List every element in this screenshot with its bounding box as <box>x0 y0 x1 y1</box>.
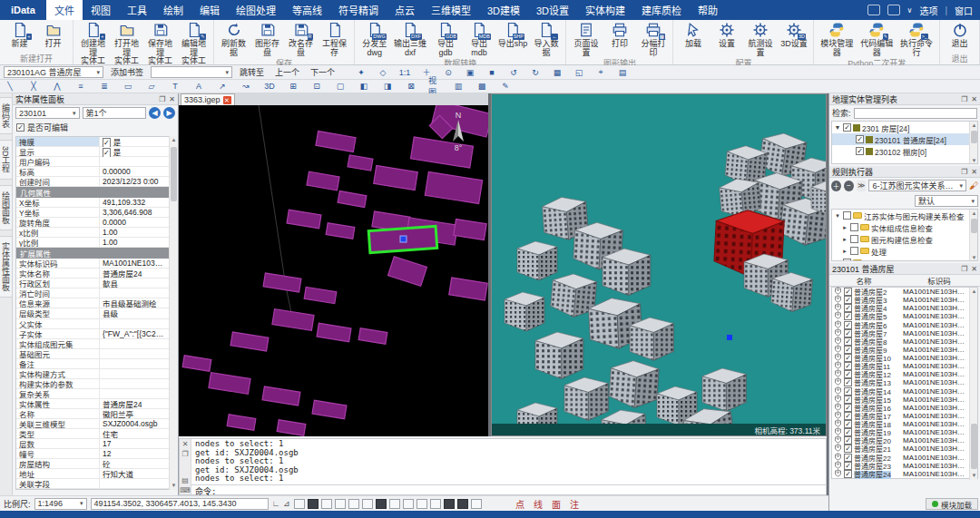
tree-checkbox[interactable]: ✓ <box>856 135 864 143</box>
property-value[interactable]: 12 <box>100 449 169 458</box>
status-toggle-11[interactable] <box>444 499 455 509</box>
property-value[interactable]: MA1001NE103H15351422... <box>100 259 169 268</box>
status-toggle-3[interactable] <box>335 499 346 509</box>
entity-checkbox[interactable]: ✓ <box>844 470 852 478</box>
float-panel-icon[interactable]: ❐ <box>961 95 967 103</box>
bookmark-combo[interactable]: ▾ <box>151 66 232 78</box>
menu-tab-帮助[interactable]: 帮助 <box>690 0 726 20</box>
font-tool-icon[interactable]: A <box>192 81 205 92</box>
ribbon-button-导出shp[interactable]: SHP导出shp <box>495 21 529 50</box>
status-toggle-6[interactable] <box>376 499 387 509</box>
entity-checkbox[interactable]: ✓ <box>844 312 852 320</box>
entity-checkbox[interactable]: ✓ <box>844 296 852 304</box>
entity-checkbox[interactable]: ✓ <box>844 321 852 329</box>
expander-icon[interactable]: ▾ <box>834 212 841 220</box>
mode-button-面[interactable]: 面 <box>547 497 565 511</box>
next-button[interactable]: 下一个 <box>307 66 338 78</box>
building-3d[interactable] <box>702 368 746 411</box>
property-grid-scrollbar[interactable]: ▲ ▼ <box>169 136 177 490</box>
rule-checkbox[interactable] <box>850 223 858 231</box>
property-row[interactable]: Y坐标3,306,646.908 <box>16 208 169 218</box>
command-log[interactable]: nodes to select: 1get id: SXJZ0004.osgbn… <box>191 439 826 484</box>
property-row[interactable]: y比例1.00 <box>16 238 169 248</box>
ribbon-button-退出[interactable]: 退出 <box>943 21 976 50</box>
ribbon-button-导出gdb[interactable]: GDB导出gdb <box>428 21 462 58</box>
edit-icon[interactable]: ✎ <box>499 81 512 92</box>
chevron-down-icon[interactable]: ∨ <box>907 6 913 15</box>
menu-tab-点云[interactable]: 点云 <box>387 0 423 20</box>
menu-tab-工具[interactable]: 工具 <box>119 0 155 20</box>
search-input[interactable] <box>854 108 977 119</box>
property-value[interactable]: 行知大道 <box>100 468 169 479</box>
property-value[interactable]: 徽阳兰亭 <box>100 408 169 419</box>
selection-handle[interactable] <box>400 236 407 242</box>
scale-combo[interactable]: 1:1496▾ <box>34 498 87 510</box>
menu-tab-符号精调[interactable]: 符号精调 <box>330 0 387 20</box>
tree-checkbox[interactable]: ✓ <box>843 123 851 132</box>
menu-tab-文件[interactable]: 文件 <box>46 0 83 20</box>
map-canvas-2d[interactable]: N 8° <box>179 105 488 436</box>
compass-icon[interactable]: ✦ <box>355 67 368 78</box>
entity-checkbox[interactable]: ✓ <box>844 370 852 378</box>
arrow-tool-icon[interactable]: ↗ <box>216 81 229 92</box>
mode-button-线[interactable]: 线 <box>529 497 547 511</box>
ribbon-button-导入数据[interactable]: ←导入数据 <box>529 21 563 58</box>
building-3d[interactable] <box>517 241 557 280</box>
link-tool-icon[interactable]: ↝ <box>240 81 252 92</box>
layer-combo[interactable]: 230101AG 普通房屋▾ <box>4 66 103 78</box>
property-value[interactable]: 1.00 <box>100 238 169 247</box>
status-toggle-1[interactable] <box>308 499 318 509</box>
prev-entity-button[interactable]: ◀ <box>149 107 161 119</box>
expander-icon[interactable]: ▸ <box>841 236 848 243</box>
scale-1-1-icon[interactable]: 1:1 <box>398 67 411 78</box>
history-icon[interactable]: ▤ <box>181 476 189 484</box>
ribbon-button-分发至dwg[interactable]: DWG分发至dwg <box>358 21 391 58</box>
ribbon-button-加载[interactable]: 加载 <box>676 21 710 50</box>
half-right-icon[interactable]: ◨ <box>381 81 394 92</box>
property-row[interactable]: 创建时间2023/12/23 0:00 <box>16 177 169 187</box>
entity-index-box[interactable]: 第1个 <box>83 107 147 119</box>
close-panel-icon[interactable]: ✕ <box>169 95 175 103</box>
entity-checkbox[interactable]: ✓ <box>844 404 852 412</box>
menu-tab-三维模型[interactable]: 三维模型 <box>423 0 479 20</box>
menu-tab-视图[interactable]: 视图 <box>83 0 119 20</box>
property-value[interactable]: 491,109.332 <box>100 198 169 207</box>
property-row[interactable]: 用户编码 <box>16 157 169 167</box>
property-value[interactable]: 2023/12/23 0:00 <box>100 177 169 186</box>
status-toggle-0[interactable] <box>294 499 305 509</box>
scroll-down-icon[interactable]: ▼ <box>170 482 178 490</box>
property-value[interactable]: 17 <box>100 439 169 448</box>
profile-combo[interactable]: 默认▾ <box>915 195 978 207</box>
hatch-icon[interactable]: ▩ <box>475 81 488 92</box>
target-icon[interactable]: ⌖ <box>594 67 607 78</box>
entity-list[interactable]: ✓普通房屋2MA1001NE103H1535...✓普通房屋3MA1001NE1… <box>831 287 978 479</box>
run-rules-button[interactable]: ≫ <box>857 181 867 191</box>
view-label[interactable]: 视图 <box>428 81 441 92</box>
ribbon-button-图形存盘[interactable]: 图形存盘 <box>250 21 284 58</box>
undo-icon[interactable]: ↺ <box>507 67 520 78</box>
rule-checkbox[interactable] <box>843 211 851 220</box>
tree-scrollbar[interactable]: ▲▼ <box>969 122 977 164</box>
entity-checkbox[interactable]: ✓ <box>844 462 852 470</box>
property-row[interactable]: 基础图元 <box>16 349 169 359</box>
rect-tool-icon[interactable]: ▭ <box>122 81 134 92</box>
property-value[interactable]: 县级 <box>100 308 169 318</box>
property-row[interactable]: 父实体 <box>16 319 169 329</box>
float-command-icon[interactable]: ❐ <box>181 450 188 458</box>
rule-set-combo[interactable]: 6-江苏图元实体关系质检▾ <box>868 180 966 191</box>
ribbon-button-代码编辑器[interactable]: ✎代码编辑器 <box>857 21 897 58</box>
half-left-icon[interactable]: ◧ <box>358 81 370 92</box>
property-row[interactable]: 层级类型县级 <box>16 308 169 318</box>
menu-tab-绘制[interactable]: 绘制 <box>155 0 191 20</box>
next-entity-button[interactable]: ▶ <box>163 107 175 119</box>
entity-checkbox[interactable]: ✓ <box>844 387 852 396</box>
scroll-up-icon[interactable]: ▲ <box>170 136 178 144</box>
entity-checkbox[interactable]: ✓ <box>844 420 852 428</box>
rule-checkbox[interactable] <box>850 247 858 255</box>
fill-icon[interactable]: ▣ <box>464 67 476 78</box>
property-value[interactable]: SXJZ0004.osgb <box>100 419 169 428</box>
property-value[interactable]: 歙县 <box>100 278 169 288</box>
property-grid[interactable]: 掩膜✓是显示✓是用户编码标高0.00000创建时间2023/12/23 0:00… <box>15 136 170 490</box>
ribbon-button-分幅打印[interactable]: ▦分幅打印 <box>636 21 670 58</box>
quick-save-icon[interactable] <box>887 5 900 15</box>
